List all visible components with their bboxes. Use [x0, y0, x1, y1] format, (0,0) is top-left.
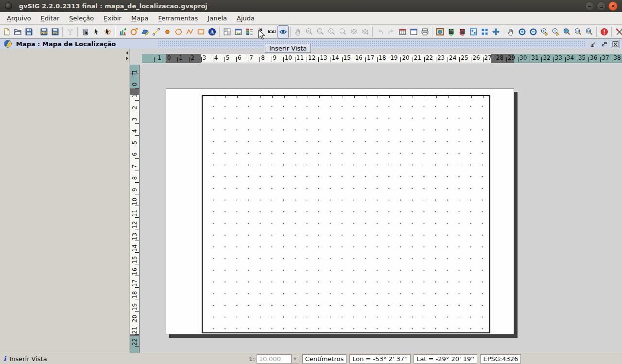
close-button[interactable]: × [608, 1, 618, 11]
export-postscript-button[interactable]: PS [50, 25, 61, 38]
split-divider[interactable] [125, 49, 130, 353]
select-graphics-button[interactable] [91, 25, 102, 38]
align-elements-button[interactable] [468, 25, 479, 38]
ruler-label: -1 [156, 54, 161, 62]
layers-button[interactable] [348, 25, 360, 38]
show-table-button[interactable] [397, 25, 408, 38]
insert-box-button[interactable] [222, 25, 233, 38]
ruler-tick [135, 287, 139, 288]
svg-text:PDF: PDF [40, 31, 47, 35]
menu-selecao[interactable]: Seleção [64, 13, 99, 23]
menu-janela[interactable]: Janela [203, 13, 232, 23]
toolbar-separator [36, 27, 37, 37]
ruler-label: 36 [590, 54, 597, 62]
ruler-label: 14 [331, 54, 339, 62]
view-zoom-in-rect-button[interactable] [539, 25, 550, 38]
menu-exibir[interactable]: Exibir [99, 13, 126, 23]
pan-icon [294, 28, 302, 36]
distribute-elements-button[interactable] [479, 25, 490, 38]
view-pan-button[interactable] [505, 25, 517, 38]
collapse-left-icon[interactable] [126, 51, 128, 55]
zoom-in-button[interactable] [304, 25, 315, 38]
minimize-button[interactable] [585, 1, 594, 11]
document-close-button[interactable] [611, 40, 620, 48]
zoom-previous-button[interactable] [326, 25, 337, 38]
layout-page[interactable] [166, 88, 514, 334]
ruler-label: 21 [414, 54, 421, 62]
scale-input[interactable]: 10.000 [257, 354, 292, 364]
rotate-left-button[interactable] [446, 25, 457, 38]
move-element-button[interactable] [490, 25, 501, 38]
insert-image-button[interactable] [233, 25, 244, 38]
ruler-tick [436, 57, 436, 62]
insert-view-icon [279, 28, 287, 36]
map-frame-button[interactable] [434, 25, 446, 38]
ruler-tick [553, 57, 554, 62]
insert-image-icon [234, 28, 242, 36]
undo-button[interactable] [375, 25, 386, 38]
view-zoom-out-button[interactable] [528, 25, 539, 38]
open-project-button[interactable] [12, 25, 23, 38]
add-layer-button[interactable] [360, 25, 371, 38]
select-by-polygon-button[interactable] [102, 25, 113, 38]
redo-button[interactable] [386, 25, 397, 38]
ruler-tick [518, 57, 518, 62]
insert-polygon-button[interactable] [173, 25, 184, 38]
ruler-label: 9 [132, 185, 138, 194]
ruler-tick [248, 57, 248, 62]
insert-legend-button[interactable] [244, 25, 255, 38]
document-restore-button[interactable] [600, 40, 609, 48]
error-log-button[interactable] [599, 25, 610, 38]
toolbox-button[interactable] [614, 25, 622, 38]
insert-text-button[interactable]: A [207, 25, 218, 38]
menu-ajuda[interactable]: Ajuda [232, 13, 259, 23]
document-minimize-button[interactable] [588, 40, 598, 48]
zoom-out-button[interactable] [315, 25, 326, 38]
insert-line-button[interactable] [151, 25, 162, 38]
insert-circle-button[interactable] [128, 25, 139, 38]
rotate-right-icon [458, 28, 466, 36]
ruler-label: 12 [308, 54, 315, 62]
ruler-label: 0 [167, 54, 171, 62]
insert-chart-button[interactable] [117, 25, 128, 38]
os-titlebar[interactable]: gvSIG 2.2.0.2313 final : mapa_de_localiz… [0, 0, 622, 12]
rotate-right-button[interactable] [457, 25, 468, 38]
insert-rectangle-button[interactable] [195, 25, 207, 38]
insert-polyline-icon [186, 28, 194, 36]
ruler-label: 19 [390, 54, 397, 62]
view-zoom-selection-button[interactable] [584, 25, 595, 38]
collapse-right-icon[interactable] [126, 56, 128, 60]
simulation-button[interactable] [65, 25, 76, 38]
insert-scalebar-button[interactable] [266, 25, 277, 38]
pan-button[interactable] [293, 25, 304, 38]
delete-graphics-button[interactable] [80, 25, 91, 38]
export-pdf-button[interactable]: PDF [38, 25, 50, 38]
new-window-button[interactable] [408, 25, 419, 38]
insert-polyline-button[interactable] [184, 25, 195, 38]
menu-arquivo[interactable]: Arquivo [2, 13, 36, 23]
menu-editar[interactable]: Editar [36, 13, 65, 23]
maximize-button[interactable] [597, 1, 606, 11]
scale-dropdown-button[interactable]: ▼ [292, 354, 299, 364]
zoom-magnifier-button[interactable] [337, 25, 348, 38]
save-project-button[interactable] [23, 25, 35, 38]
ruler-tick [201, 57, 202, 62]
ruler-label: 6 [132, 150, 138, 159]
new-document-button[interactable] [1, 25, 12, 38]
view-zoom-in-button[interactable] [517, 25, 528, 38]
view-zoom-out-icon [529, 28, 537, 36]
insert-point-button[interactable] [162, 25, 173, 38]
insert-circle-icon [130, 28, 138, 36]
ruler-label: 0 [132, 80, 138, 89]
view-zoom-out-rect-button[interactable] [550, 25, 561, 38]
insert-filled-polygon-button[interactable] [139, 25, 151, 38]
view-zoom-1-1-button[interactable]: 1:1 [572, 25, 584, 38]
toolbar-separator [290, 27, 291, 37]
ruler-label: 26 [472, 54, 480, 62]
print-button[interactable] [419, 25, 431, 38]
insert-view-button[interactable] [277, 25, 289, 38]
view-zoom-full-button[interactable] [561, 25, 572, 38]
menu-mapa[interactable]: Mapa [126, 13, 153, 23]
map-frame[interactable] [202, 95, 490, 333]
menu-ferramentas[interactable]: Ferramentas [153, 13, 203, 23]
